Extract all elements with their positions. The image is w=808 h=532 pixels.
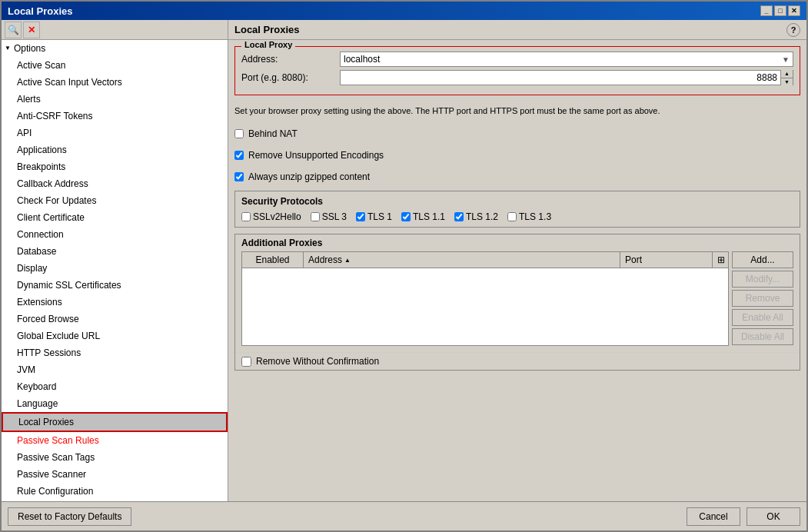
local-proxy-group-label: Local Proxy bbox=[241, 40, 295, 49]
protocol-checkbox-3[interactable] bbox=[401, 212, 411, 221]
address-value: localhost bbox=[344, 54, 779, 65]
tree-item-jvm[interactable]: JVM bbox=[2, 361, 228, 378]
close-button[interactable]: ✕ bbox=[788, 5, 800, 16]
help-button[interactable]: ? bbox=[786, 23, 800, 37]
modify-button[interactable]: Modify... bbox=[732, 271, 793, 288]
info-text-content: Set your browser proxy setting using the… bbox=[234, 106, 660, 115]
port-increment[interactable]: ▲ bbox=[781, 70, 793, 78]
main-dialog: Local Proxies _ □ ✕ 🔍 ✕ ▼ Options Active… bbox=[0, 0, 808, 532]
reset-button[interactable]: Reset to Factory Defaults bbox=[8, 507, 131, 526]
tree-item-alerts[interactable]: Alerts bbox=[2, 91, 228, 108]
clear-search-button[interactable]: ✕ bbox=[23, 22, 40, 38]
tree-items-container: Active ScanActive Scan Input VectorsAler… bbox=[2, 57, 228, 501]
tree-item-check-updates[interactable]: Check For Updates bbox=[2, 192, 228, 209]
tree-item-dynamic-ssl[interactable]: Dynamic SSL Certificates bbox=[2, 277, 228, 294]
security-protocols-label: Security Protocols bbox=[241, 196, 793, 207]
right-panel: Local Proxies ? Local Proxy Address: loc… bbox=[228, 20, 806, 501]
tree-item-display[interactable]: Display bbox=[2, 260, 228, 277]
behind-nat-checkbox[interactable] bbox=[234, 129, 244, 138]
port-decrement[interactable]: ▼ bbox=[781, 78, 793, 86]
proxies-table: Enabled Address ▲ Port ⊞ bbox=[241, 251, 729, 346]
proxies-buttons: Add... Modify... Remove Enable All Disab… bbox=[732, 251, 793, 346]
port-input[interactable]: 8888 ▲ ▼ bbox=[340, 70, 793, 85]
col-port-label: Port bbox=[625, 254, 642, 265]
port-value: 8888 bbox=[341, 72, 780, 83]
protocol-item-3: TLS 1.1 bbox=[401, 211, 445, 222]
info-text: Set your browser proxy setting using the… bbox=[234, 105, 800, 117]
expand-icon: ▼ bbox=[5, 42, 11, 55]
tree-item-client-cert[interactable]: Client Certificate bbox=[2, 209, 228, 226]
table-body bbox=[242, 268, 728, 345]
remove-unsupported-row: Remove Unsupported Encodings bbox=[234, 150, 800, 161]
dialog-title: Local Proxies bbox=[8, 5, 73, 17]
col-port-header: Port bbox=[620, 252, 713, 268]
right-header: Local Proxies ? bbox=[228, 20, 806, 40]
always-unzip-checkbox[interactable] bbox=[234, 172, 244, 181]
address-input[interactable]: localhost ▼ bbox=[340, 52, 793, 67]
port-label: Port (e.g. 8080): bbox=[241, 72, 334, 83]
add-button[interactable]: Add... bbox=[732, 251, 793, 268]
protocol-label-4: TLS 1.2 bbox=[466, 211, 498, 222]
tree-item-api[interactable]: API bbox=[2, 125, 228, 141]
tree-item-active-scan-input[interactable]: Active Scan Input Vectors bbox=[2, 74, 228, 91]
maximize-button[interactable]: □ bbox=[774, 5, 786, 16]
tree-item-connection[interactable]: Connection bbox=[2, 226, 228, 243]
protocol-checkbox-1[interactable] bbox=[311, 212, 320, 221]
address-label: Address: bbox=[241, 54, 334, 65]
remove-unsupported-label: Remove Unsupported Encodings bbox=[248, 150, 384, 161]
address-row: Address: localhost ▼ bbox=[241, 52, 793, 67]
remove-button[interactable]: Remove bbox=[732, 290, 793, 307]
protocol-label-0: SSLv2Hello bbox=[253, 211, 301, 222]
col-address-header[interactable]: Address ▲ bbox=[304, 252, 620, 268]
protocol-checkbox-4[interactable] bbox=[454, 212, 464, 221]
tree-item-language[interactable]: Language bbox=[2, 395, 228, 412]
tree-item-local-proxies[interactable]: Local Proxies bbox=[2, 412, 228, 432]
protocol-item-4: TLS 1.2 bbox=[454, 211, 498, 222]
tree-item-passive-scanner[interactable]: Passive Scanner bbox=[2, 466, 228, 483]
tree-item-active-scan[interactable]: Active Scan bbox=[2, 57, 228, 74]
enable-all-button[interactable]: Enable All bbox=[732, 309, 793, 326]
tree-item-passive-scan-rules[interactable]: Passive Scan Rules bbox=[2, 432, 228, 449]
tree-item-keyboard[interactable]: Keyboard bbox=[2, 378, 228, 395]
tree-item-rule-config[interactable]: Rule Configuration bbox=[2, 483, 228, 500]
tree-item-callback-address[interactable]: Callback Address bbox=[2, 175, 228, 192]
col-enabled-header: Enabled bbox=[242, 252, 304, 268]
right-panel-title: Local Proxies bbox=[234, 24, 300, 35]
tree-item-forced-browse[interactable]: Forced Browse bbox=[2, 311, 228, 328]
search-button[interactable]: 🔍 bbox=[5, 22, 22, 38]
titlebar-buttons: _ □ ✕ bbox=[760, 5, 800, 16]
cancel-button[interactable]: Cancel bbox=[687, 507, 740, 526]
tree-item-passive-scan-tags[interactable]: Passive Scan Tags bbox=[2, 449, 228, 466]
behind-nat-label: Behind NAT bbox=[248, 128, 298, 139]
remove-without-confirm-checkbox[interactable] bbox=[241, 357, 251, 367]
right-content: Local Proxy Address: localhost ▼ Port (e… bbox=[228, 40, 806, 501]
options-tree[interactable]: ▼ Options Active ScanActive Scan Input V… bbox=[2, 40, 228, 501]
footer-right: Cancel OK bbox=[687, 507, 800, 526]
titlebar: Local Proxies _ □ ✕ bbox=[2, 2, 806, 20]
protocol-checkbox-5[interactable] bbox=[507, 212, 517, 221]
tree-root-options[interactable]: ▼ Options bbox=[2, 40, 228, 57]
tree-item-http-sessions[interactable]: HTTP Sessions bbox=[2, 344, 228, 361]
tree-item-extensions[interactable]: Extensions bbox=[2, 294, 228, 311]
tree-item-anti-csrf[interactable]: Anti-CSRF Tokens bbox=[2, 108, 228, 125]
protocol-checkbox-0[interactable] bbox=[241, 212, 251, 221]
port-spinner[interactable]: ▲ ▼ bbox=[780, 70, 793, 85]
protocol-checkbox-2[interactable] bbox=[356, 212, 365, 221]
always-unzip-label: Always unzip gzipped content bbox=[248, 171, 370, 182]
dialog-body: 🔍 ✕ ▼ Options Active ScanActive Scan Inp… bbox=[2, 20, 806, 501]
protocol-item-5: TLS 1.3 bbox=[507, 211, 551, 222]
protocol-label-1: SSL 3 bbox=[322, 211, 347, 222]
tree-item-applications[interactable]: Applications bbox=[2, 141, 228, 158]
address-dropdown-arrow: ▼ bbox=[779, 55, 790, 64]
security-protocols-group: Security Protocols SSLv2HelloSSL 3TLS 1T… bbox=[234, 191, 800, 228]
disable-all-button[interactable]: Disable All bbox=[732, 328, 793, 345]
minimize-button[interactable]: _ bbox=[760, 5, 773, 16]
sort-icon: ▲ bbox=[344, 257, 351, 264]
tree-item-breakpoints[interactable]: Breakpoints bbox=[2, 158, 228, 175]
ok-button[interactable]: OK bbox=[746, 507, 800, 526]
col-extra-header[interactable]: ⊞ bbox=[713, 252, 728, 268]
remove-unsupported-checkbox[interactable] bbox=[234, 151, 244, 160]
protocol-label-2: TLS 1 bbox=[367, 211, 392, 222]
tree-item-global-exclude[interactable]: Global Exclude URL bbox=[2, 328, 228, 344]
tree-item-database[interactable]: Database bbox=[2, 243, 228, 260]
